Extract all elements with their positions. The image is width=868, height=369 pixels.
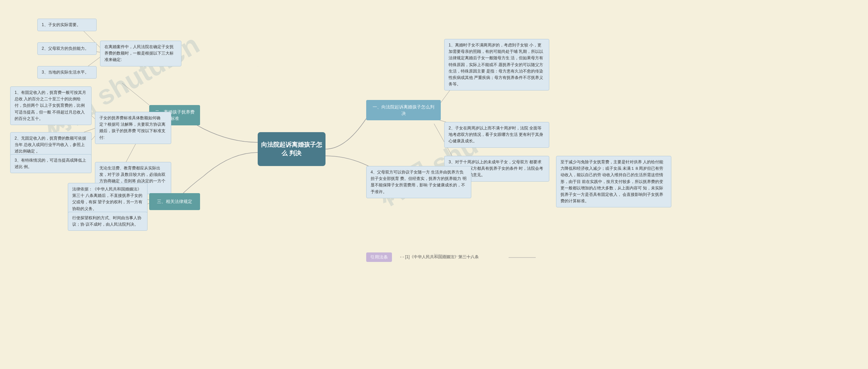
branch-node-1: 一、向法院起诉离婚孩子怎么判决 bbox=[366, 100, 441, 120]
left-mid-text-2: 2、无固定收入的，抚育费的数额可依据当年 总收入或同行业平均收入，参照上述比例确… bbox=[15, 136, 86, 153]
branch-label-1: 一、向法院起诉离婚孩子怎么判决 bbox=[371, 104, 436, 117]
left-law-box-1: 法律依据：《中华人民共和国婚姻法》第三十 八条离婚后，不直接抚养子女的父或母，有… bbox=[68, 183, 147, 215]
left-mid-box-3: 3、有特殊情况的，可适当提高或降低上述比 例。 bbox=[10, 154, 92, 173]
left-mid-box-1: 1、有固定收入的，抚育费一般可按其月总收 入的百分之二十至三十的比例给付，负担两… bbox=[10, 86, 92, 125]
right-big-box-4-text: 4、父母双方可以协议子女随一方 生活并由抚养方负担子女全部抚育 费。但经查实，抚… bbox=[371, 170, 467, 194]
left-law-text-1: 法律依据：《中华人民共和国婚姻法》第三十 八条离婚后，不直接抚养子女的父或母，有… bbox=[72, 187, 142, 211]
right-top-box-2: 2、子女在两周岁以上而不满十周岁时，法院 全面等地考虑双方的情况，看子女跟哪方生… bbox=[444, 122, 549, 148]
cite-node: 引用法条 bbox=[366, 252, 392, 262]
mindmap-container: 向法院起诉离婚孩子怎么 判决 二、离婚孩子抚养费标准 在离婚案件中，人民法院在确… bbox=[0, 0, 868, 369]
right-top-text-1: 1、离婚时子女不满两周岁的，考虑到子女较 小，更加需要母亲的照顾，有的可能尚处于… bbox=[449, 43, 543, 86]
left-mid-text-1: 1、有固定收入的，抚育费一般可按其月总收 入的百分之二十至三十的比例给付，负担两… bbox=[15, 90, 86, 121]
left-mid-text-3: 3、有特殊情况的，可适当提高或降低上述比 例。 bbox=[15, 158, 86, 169]
central-label: 向法院起诉离婚孩子怎么 判决 bbox=[261, 141, 322, 158]
left-top-box-1: 1、子女的实际需要。 bbox=[37, 19, 97, 31]
central-node: 向法院起诉离婚孩子怎么 判决 bbox=[258, 132, 326, 166]
left-mid-intro-text: 子女的抚养费标准具体数额如何确定？根据司 法解释，夫妻双方协议离婚后，孩子的抚养… bbox=[99, 116, 165, 140]
cite-text-content: - - [1]《中华人民共和国婚姻法》第三十八条 bbox=[400, 254, 479, 259]
left-mid-intro-box: 子女的抚养费标准具体数额如何确定？根据司 法解释，夫妻双方协议离婚后，孩子的抚养… bbox=[95, 112, 171, 144]
left-top-box-3: 3、当地的实际生活水平。 bbox=[37, 66, 97, 79]
left-top-intro-box: 在离婚案件中，人民法院在确定子女抚养费的数额时，一般是根据以下三大标准来确定: bbox=[100, 41, 181, 66]
right-big-box-2-text: 至于减少与免除子女抚育费，主要是针对供养 人的给付能力降低和经济收入减少；或子女… bbox=[560, 160, 663, 203]
left-top-text-1: 1、子女的实际需要。 bbox=[42, 22, 81, 27]
left-top-text-2: 2、父母双方的负担能力。 bbox=[42, 46, 89, 51]
cite-label: 引用法条 bbox=[370, 254, 388, 260]
left-law-text-2: 行使探望权利的方式、时间由当事人协议；协 议不成时，由人民法院判决。 bbox=[72, 216, 141, 227]
right-top-box-1: 1、离婚时子女不满两周岁的，考虑到子女较 小，更加需要母亲的照顾，有的可能尚处于… bbox=[444, 39, 549, 90]
cite-text: - - [1]《中华人民共和国婚姻法》第三十八条 bbox=[400, 254, 479, 260]
svg-line-1 bbox=[122, 83, 149, 105]
branch-node-3: 三、相关法律规定 bbox=[149, 193, 200, 210]
left-top-box-2: 2、父母双方的负担能力。 bbox=[37, 42, 97, 55]
left-law-box-2: 行使探望权利的方式、时间由当事人协议；协 议不成时，由人民法院判决。 bbox=[68, 212, 147, 231]
right-big-box-2: 至于减少与免除子女抚育费，主要是针对供养 人的给付能力降低和经济收入减少；或子女… bbox=[556, 156, 671, 207]
left-top-intro-text: 在离婚案件中，人民法院在确定子女抚养费的数额时，一般是根据以下三大标准来确定: bbox=[104, 44, 174, 62]
branch-label-3: 三、相关法律规定 bbox=[157, 198, 192, 205]
right-big-box-4: 4、父母双方可以协议子女随一方 生活并由抚养方负担子女全部抚育 费。但经查实，抚… bbox=[366, 166, 471, 198]
right-top-text-2: 2、子女在两周岁以上而不满十周岁时，法院 全面等地考虑双方的情况，看子女跟哪方生… bbox=[449, 126, 543, 143]
left-top-text-3: 3、当地的实际生活水平。 bbox=[42, 70, 89, 75]
